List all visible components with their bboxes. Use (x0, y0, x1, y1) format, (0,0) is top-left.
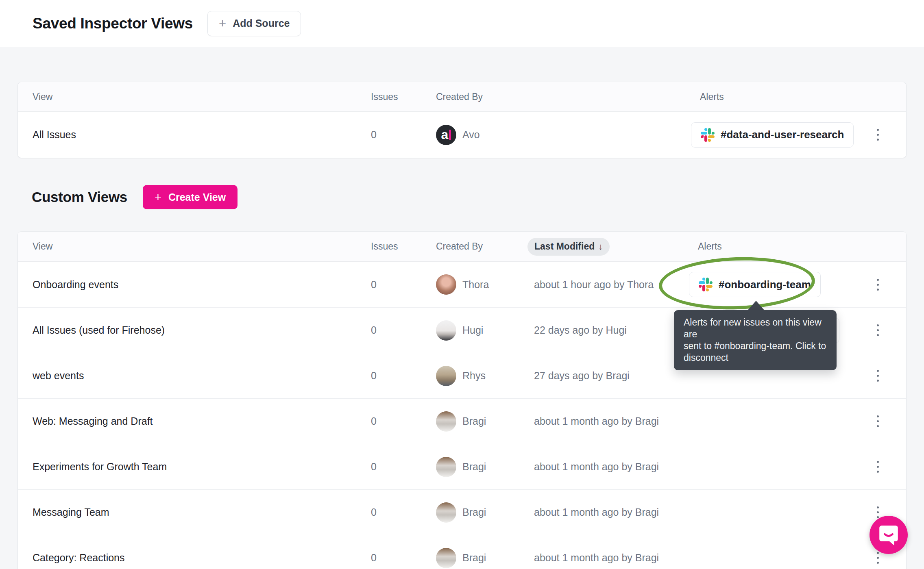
saved-views-table: View Issues Created By Alerts All Issues… (17, 82, 907, 158)
column-header-view: View (33, 91, 371, 102)
column-header-issues: Issues (371, 91, 436, 102)
issues-cell: 0 (371, 552, 436, 564)
avatar (436, 548, 456, 568)
last-modified-cell: 27 days ago by Bragi (527, 370, 689, 382)
slack-channel-badge[interactable]: #onboarding-team (689, 272, 821, 297)
view-name: Web: Messaging and Draft (33, 415, 153, 427)
creator-name: Rhys (462, 370, 486, 382)
row-menu-cell (864, 321, 891, 339)
issues-cell: 0 (371, 415, 436, 427)
avatar (436, 411, 456, 432)
view-name-cell: Messaging Team (33, 506, 371, 518)
creator-name: Bragi (462, 552, 486, 564)
view-name-cell: web events (33, 370, 371, 382)
created-by-cell: Bragi (436, 411, 527, 432)
created-by-cell: Thora (436, 274, 527, 295)
intercom-chat-button[interactable] (870, 516, 908, 554)
column-header-issues: Issues (371, 241, 436, 252)
row-menu-kebab-icon[interactable] (874, 367, 882, 385)
avatar (436, 502, 456, 523)
column-header-created-by: Created By (436, 91, 691, 102)
issues-count: 0 (371, 461, 377, 472)
avatar (436, 320, 456, 341)
custom-views-table: View Issues Created By Last Modified ↓ A… (17, 231, 907, 569)
issues-count: 0 (371, 324, 377, 336)
table-row[interactable]: Experiments for Growth Team0Bragiabout 1… (18, 444, 906, 489)
row-menu-cell (864, 126, 891, 144)
issues-cell: 0 (371, 461, 436, 473)
created-by-cell: Bragi (436, 502, 527, 523)
custom-table-body: Onboarding events0Thoraabout 1 hour ago … (18, 262, 906, 569)
row-menu-cell (864, 276, 891, 294)
last-modified-cell: about 1 hour ago by Thora (527, 279, 689, 291)
view-name-cell: All Issues (33, 129, 371, 141)
slack-icon (701, 128, 715, 142)
row-menu-kebab-icon[interactable] (874, 276, 882, 294)
create-view-button[interactable]: + Create View (143, 185, 238, 209)
creator-name: Hugi (462, 324, 483, 336)
slack-icon (699, 278, 713, 291)
avatar (436, 274, 456, 295)
alerts-tooltip: Alerts for new issues on this view are s… (674, 310, 837, 370)
table-row[interactable]: Web: Messaging and Draft0Bragiabout 1 mo… (18, 398, 906, 444)
view-name-cell: Category: Reactions (33, 552, 371, 564)
view-name: All Issues (33, 129, 76, 140)
created-by-cell: Bragi (436, 548, 527, 568)
creator-name: Thora (462, 279, 489, 291)
last-modified-cell: about 1 month ago by Bragi (527, 506, 689, 518)
tooltip-text: sent to #onboarding-team. Click to (684, 340, 827, 352)
section-title: Custom Views (32, 189, 127, 205)
plus-icon: + (155, 191, 161, 203)
column-header-alerts: Alerts (689, 241, 864, 252)
sort-by-last-modified-chip[interactable]: Last Modified ↓ (527, 238, 610, 256)
top-bar: Saved Inspector Views + Add Source (0, 0, 924, 47)
row-menu-kebab-icon[interactable] (874, 321, 882, 339)
view-name: web events (33, 370, 84, 381)
custom-views-section-header: Custom Views + Create View (17, 185, 907, 209)
slack-channel-badge[interactable]: #data-and-user-research (691, 122, 854, 148)
column-header-view: View (33, 241, 371, 252)
row-menu-cell (864, 412, 891, 430)
view-name-cell: Experiments for Growth Team (33, 461, 371, 473)
table-row[interactable]: All Issues0aAvo #data-and-user-research (18, 112, 906, 158)
custom-table-header: View Issues Created By Last Modified ↓ A… (18, 232, 906, 262)
row-menu-kebab-icon[interactable] (874, 126, 882, 144)
issues-count: 0 (371, 506, 377, 518)
creator-name: Bragi (462, 506, 486, 518)
tooltip-text: Alerts for new issues on this view are (684, 317, 827, 340)
column-header-alerts: Alerts (691, 91, 864, 102)
view-name-cell: Onboarding events (33, 279, 371, 291)
tooltip-arrow (747, 301, 765, 311)
add-source-button[interactable]: + Add Source (207, 11, 301, 36)
avatar: a (436, 125, 456, 145)
issues-count: 0 (371, 129, 377, 140)
main-content: View Issues Created By Alerts All Issues… (0, 82, 924, 569)
issues-count: 0 (371, 552, 377, 563)
created-by-cell: Bragi (436, 457, 527, 477)
creator-name: Bragi (462, 461, 486, 473)
row-menu-kebab-icon[interactable] (874, 412, 882, 430)
slack-channel-name: #onboarding-team (719, 278, 811, 291)
page-title: Saved Inspector Views (33, 15, 193, 32)
table-row[interactable]: Category: Reactions0Bragiabout 1 month a… (18, 535, 906, 569)
avo-logo-bar (449, 130, 451, 140)
issues-count: 0 (371, 279, 377, 290)
table-row[interactable]: Messaging Team0Bragiabout 1 month ago by… (18, 489, 906, 535)
row-menu-cell (864, 367, 891, 385)
view-name: Onboarding events (33, 279, 118, 290)
issues-count: 0 (371, 415, 377, 427)
view-name: Messaging Team (33, 506, 109, 518)
saved-table-body: All Issues0aAvo #data-and-user-research (18, 112, 906, 158)
view-name-cell: Web: Messaging and Draft (33, 415, 371, 427)
issues-cell: 0 (371, 279, 436, 291)
row-menu-kebab-icon[interactable] (874, 458, 882, 476)
alerts-cell: #onboarding-team (689, 272, 864, 297)
created-by-cell: Hugi (436, 320, 527, 341)
issues-cell: 0 (371, 370, 436, 382)
issues-cell: 0 (371, 129, 436, 141)
view-name: Category: Reactions (33, 552, 125, 563)
creator-name: Avo (462, 129, 480, 141)
chat-bubble-icon (878, 523, 899, 546)
table-row[interactable]: Onboarding events0Thoraabout 1 hour ago … (18, 262, 906, 307)
avatar (436, 457, 456, 477)
